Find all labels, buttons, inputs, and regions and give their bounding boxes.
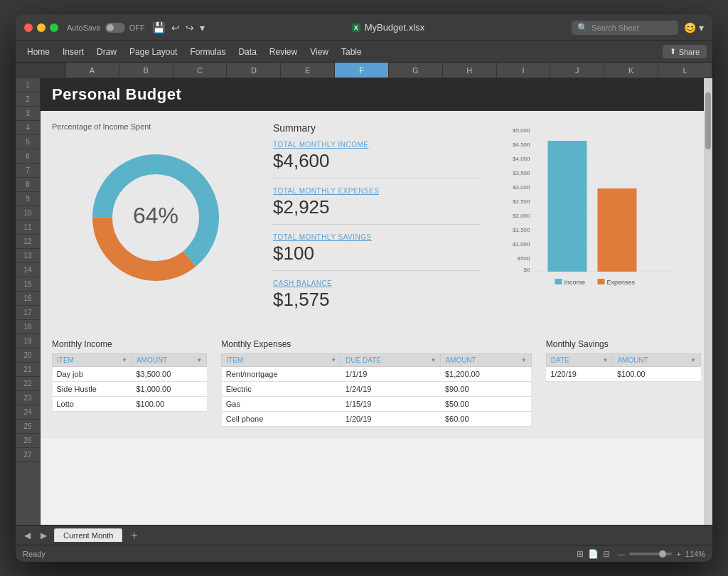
zoom-in-button[interactable]: + (676, 550, 680, 558)
income-row2-amount[interactable]: $1,000.00 (132, 382, 206, 397)
col-d[interactable]: D (227, 63, 281, 78)
row-20: 20 (16, 348, 40, 363)
expense-row1-item[interactable]: Rent/mortgage (222, 367, 341, 382)
summary-savings-link[interactable]: TOTAL MONTHLY SAVINGS (273, 233, 480, 241)
column-headers: A B C D E F G H I J K L (65, 63, 712, 78)
summary-expenses: TOTAL MONTHLY EXPENSES $2,925 (273, 187, 480, 225)
expense-row4-amount[interactable]: $60.00 (441, 412, 531, 427)
expenses-col-item[interactable]: ITEM▼ (222, 354, 341, 367)
col-b[interactable]: B (119, 63, 173, 78)
income-col-item[interactable]: ITEM▼ (53, 354, 132, 367)
row-numbers: 1 2 3 4 5 6 7 8 9 10 11 12 13 14 15 16 1… (16, 78, 41, 525)
income-row3-item[interactable]: Lotto (53, 397, 132, 412)
menu-table[interactable]: Table (336, 45, 368, 59)
expense-row3-item[interactable]: Gas (222, 397, 341, 412)
name-box[interactable] (16, 63, 65, 78)
search-box[interactable]: 🔍 Search Sheet (572, 21, 678, 35)
application-window: AutoSave OFF 💾 ↩ ↪ ▾ X MyBudget.xlsx 🔍 S… (16, 14, 712, 562)
autosave-area: AutoSave OFF (67, 23, 145, 33)
expense-row2-amount[interactable]: $90.00 (441, 382, 531, 397)
summary-balance-value: $1,575 (273, 289, 330, 310)
spreadsheet-area: 1 2 3 4 5 6 7 8 9 10 11 12 13 14 15 16 1… (16, 78, 712, 525)
donut-section-label: Percentage of Income Spent (52, 122, 259, 131)
scrollbar-thumb[interactable] (705, 92, 711, 149)
col-a[interactable]: A (65, 63, 119, 78)
file-title: X MyBudget.xlsx (205, 22, 572, 33)
expense-row3-due[interactable]: 1/15/19 (341, 397, 441, 412)
col-j[interactable]: J (550, 63, 604, 78)
income-row1-item[interactable]: Day job (53, 367, 132, 382)
menu-insert[interactable]: Insert (57, 45, 90, 59)
col-l[interactable]: L (658, 63, 712, 78)
savings-row1-amount[interactable]: $100.00 (613, 367, 701, 382)
tab-prev-button[interactable]: ◀ (21, 530, 33, 540)
normal-view-icon[interactable]: ⊞ (577, 549, 584, 559)
row-12: 12 (16, 235, 40, 249)
income-row3-amount[interactable]: $100.00 (132, 397, 206, 412)
expense-row4-due[interactable]: 1/20/19 (341, 412, 441, 427)
monthly-savings-title: Monthly Savings (546, 339, 701, 349)
col-h[interactable]: H (443, 63, 497, 78)
maximize-button[interactable] (50, 23, 58, 32)
emoji-button[interactable]: 😊 ▾ (684, 22, 704, 33)
col-k[interactable]: K (604, 63, 658, 78)
col-g[interactable]: G (389, 63, 443, 78)
col-i[interactable]: I (497, 63, 551, 78)
income-row1-amount[interactable]: $3,500.00 (132, 367, 206, 382)
income-col-amount[interactable]: AMOUNT▼ (132, 354, 206, 367)
file-name: MyBudget.xlsx (365, 22, 425, 33)
menu-page-layout[interactable]: Page Layout (124, 45, 183, 59)
col-e[interactable]: E (281, 63, 335, 78)
current-month-tab[interactable]: Current Month (54, 528, 122, 542)
expense-row1-due[interactable]: 1/1/19 (341, 367, 441, 382)
col-f[interactable]: F (335, 63, 389, 78)
menu-home[interactable]: Home (21, 45, 55, 59)
menu-review[interactable]: Review (264, 45, 303, 59)
autosave-toggle[interactable] (105, 23, 125, 33)
add-sheet-button[interactable]: + (127, 529, 141, 542)
expense-row2-due[interactable]: 1/24/19 (341, 382, 441, 397)
search-icon: 🔍 (577, 23, 588, 33)
summary-income-link[interactable]: TOTAL MONTHLY INCOME (273, 141, 480, 149)
savings-col-date[interactable]: DATE▼ (546, 354, 613, 367)
menu-data[interactable]: Data (232, 45, 262, 59)
vertical-scrollbar[interactable] (704, 78, 712, 525)
summary-expenses-link[interactable]: TOTAL MONTHLY EXPENSES (273, 187, 480, 195)
row-23: 23 (16, 391, 40, 405)
search-placeholder: Search Sheet (592, 23, 639, 32)
expenses-col-due-date[interactable]: DUE DATE▼ (341, 354, 441, 367)
search-area: 🔍 Search Sheet 😊 ▾ (572, 21, 704, 35)
savings-row1-date[interactable]: 1/20/19 (546, 367, 613, 382)
savings-col-amount[interactable]: AMOUNT▼ (613, 354, 701, 367)
page-view-icon[interactable]: 📄 (588, 549, 599, 559)
menu-items: Home Insert Draw Page Layout Formulas Da… (21, 45, 663, 59)
row-18: 18 (16, 320, 40, 334)
menu-draw[interactable]: Draw (91, 45, 122, 59)
expenses-col-amount[interactable]: AMOUNT▼ (441, 354, 531, 367)
close-button[interactable] (24, 23, 33, 32)
expense-row4-item[interactable]: Cell phone (222, 412, 341, 427)
svg-text:$3,500: $3,500 (513, 170, 530, 176)
tab-next-button[interactable]: ▶ (38, 530, 50, 540)
menu-view[interactable]: View (304, 45, 334, 59)
zoom-out-button[interactable]: — (617, 550, 625, 558)
sheet-content[interactable]: Personal Budget Percentage of Income Spe… (41, 78, 712, 525)
expense-row3-amount[interactable]: $50.00 (441, 397, 531, 412)
more-icon[interactable]: ▾ (200, 22, 205, 33)
redo-icon[interactable]: ↪ (186, 22, 194, 33)
menu-formulas[interactable]: Formulas (184, 45, 231, 59)
expense-row1-amount[interactable]: $1,200.00 (441, 367, 531, 382)
minimize-button[interactable] (37, 23, 46, 32)
donut-chart: 64% (85, 146, 227, 289)
summary-balance-link[interactable]: CASH BALANCE (273, 279, 480, 287)
save-icon[interactable]: 💾 (152, 21, 166, 34)
page-break-view-icon[interactable]: ⊟ (603, 549, 610, 559)
summary-balance: CASH BALANCE $1,575 (273, 279, 480, 316)
income-row2-item[interactable]: Side Hustle (53, 382, 132, 397)
share-button[interactable]: ⬆ Share (663, 45, 707, 58)
undo-icon[interactable]: ↩ (171, 22, 180, 33)
svg-text:$500: $500 (518, 255, 530, 262)
zoom-slider[interactable] (629, 553, 672, 555)
col-c[interactable]: C (173, 63, 228, 78)
expense-row2-item[interactable]: Electric (222, 382, 341, 397)
